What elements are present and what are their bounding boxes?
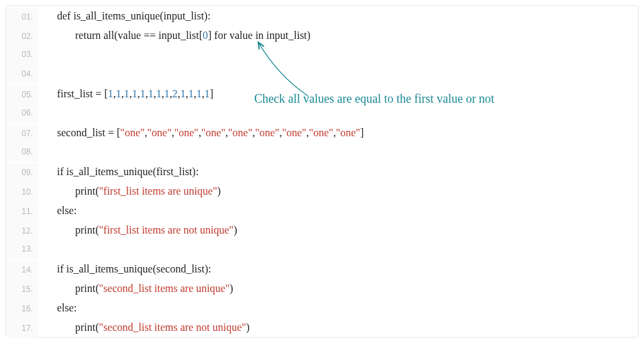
code-content: print("second_list items are not unique"… xyxy=(38,317,250,337)
token-num: 0 xyxy=(203,30,208,41)
token-num: 1 xyxy=(205,88,210,99)
token-str: "one" xyxy=(228,127,252,138)
token-kw: print xyxy=(75,224,95,236)
token-var: input_list[ xyxy=(156,30,203,41)
code-block: 01.def is_all_items_unique(input_list):0… xyxy=(5,5,639,338)
token-paren: : xyxy=(74,302,76,313)
token-kw: def xyxy=(57,10,73,21)
token-var: all(value xyxy=(103,30,144,41)
token-var: second_list xyxy=(57,127,108,138)
token-num: 1 xyxy=(132,88,138,99)
token-var: is_all_items_unique(first_list): xyxy=(66,166,199,177)
token-str: "one" xyxy=(309,127,333,138)
code-line: 11.else: xyxy=(6,201,638,220)
token-num: 1 xyxy=(189,88,194,99)
token-kw: print xyxy=(75,321,95,333)
token-num: 1 xyxy=(164,88,170,99)
code-content: if is_all_items_unique(second_list): xyxy=(38,259,211,279)
line-number: 13. xyxy=(6,240,38,259)
line-number: 16. xyxy=(6,299,38,319)
token-kw: print xyxy=(75,185,95,197)
token-paren: ) xyxy=(246,321,250,333)
token-paren: ] xyxy=(210,88,213,99)
code-line: 04. xyxy=(6,64,638,84)
code-content: print("first_list items are unique") xyxy=(38,181,221,201)
token-paren: ) xyxy=(229,283,233,294)
code-content: else: xyxy=(38,201,76,220)
token-var: ] xyxy=(208,30,214,41)
token-var: input_list) xyxy=(266,30,311,41)
code-line: 08. xyxy=(6,142,638,162)
token-str: "first_list items are not unique" xyxy=(99,224,234,236)
line-number: 10. xyxy=(6,183,38,202)
line-number: 04. xyxy=(6,64,38,84)
line-number: 07. xyxy=(6,124,38,144)
token-str: "one" xyxy=(120,127,144,138)
token-num: 1 xyxy=(108,88,113,99)
token-str: "one" xyxy=(282,127,306,138)
token-var: is_all_items_unique(second_list): xyxy=(66,263,211,274)
line-number: 12. xyxy=(6,221,38,241)
line-number: 08. xyxy=(6,142,38,162)
token-var: value xyxy=(229,30,256,41)
code-line: 12.print("first_list items are not uniqu… xyxy=(6,220,638,240)
token-paren: (input_list): xyxy=(160,10,211,21)
token-kw: else xyxy=(57,302,74,313)
token-num: 2 xyxy=(172,88,178,99)
code-line: 07.second_list = ["one","one","one","one… xyxy=(6,123,638,142)
token-kw: if xyxy=(57,166,66,177)
token-kw: print xyxy=(75,283,95,294)
token-op: = xyxy=(150,30,156,41)
code-line: 10.print("first_list items are unique") xyxy=(6,181,638,201)
code-content: if is_all_items_unique(first_list): xyxy=(38,162,199,181)
line-number: 02. xyxy=(6,27,38,46)
code-content: print("second_list items are unique") xyxy=(38,279,233,298)
token-op: = xyxy=(108,127,114,138)
token-var: first_list xyxy=(57,88,95,99)
token-op: = xyxy=(144,30,150,41)
code-content: else: xyxy=(38,298,76,317)
token-kw: return xyxy=(75,30,103,41)
token-paren: ) xyxy=(217,185,221,197)
token-kw: in xyxy=(256,30,266,41)
token-kw: if xyxy=(57,263,66,274)
token-paren: [ xyxy=(114,127,120,138)
token-num: 1 xyxy=(124,88,129,99)
line-number: 05. xyxy=(6,85,38,105)
token-str: "second_list items are unique" xyxy=(99,283,230,294)
line-number: 14. xyxy=(6,260,38,280)
token-kw: for xyxy=(214,30,229,41)
token-paren: ) xyxy=(233,224,237,236)
code-line: 03. xyxy=(6,45,638,64)
token-str: "one" xyxy=(174,127,199,138)
code-line: 15.print("second_list items are unique") xyxy=(6,279,638,298)
line-number: 01. xyxy=(6,7,38,27)
token-str: "one" xyxy=(148,127,172,138)
line-number: 09. xyxy=(6,163,38,183)
token-num: 1 xyxy=(180,88,186,99)
token-paren: : xyxy=(74,205,76,216)
code-line: 13. xyxy=(6,240,638,259)
token-paren: ] xyxy=(360,127,364,138)
token-str: "one" xyxy=(255,127,279,138)
token-num: 1 xyxy=(148,88,154,99)
token-paren: [ xyxy=(101,88,107,99)
code-line: 16.else: xyxy=(6,298,638,317)
code-content: print("first_list items are not unique") xyxy=(38,220,237,240)
token-str: "one" xyxy=(201,127,225,138)
token-num: 1 xyxy=(116,88,121,99)
token-kw: else xyxy=(57,205,74,216)
token-num: 1 xyxy=(140,88,146,99)
code-content: second_list = ["one","one","one","one","… xyxy=(38,123,364,142)
code-content: return all(value == input_list[0] for va… xyxy=(38,26,311,45)
token-str: "second_list items are not unique" xyxy=(99,321,246,333)
line-number: 03. xyxy=(6,45,38,64)
token-num: 1 xyxy=(156,88,162,99)
code-line: 02.return all(value == input_list[0] for… xyxy=(6,26,638,45)
code-lines-container: 01.def is_all_items_unique(input_list):0… xyxy=(6,6,638,337)
token-str: "first_list items are unique" xyxy=(99,185,217,197)
code-line: 14.if is_all_items_unique(second_list): xyxy=(6,259,638,279)
token-num: 1 xyxy=(197,88,202,99)
token-fn: is_all_items_unique xyxy=(73,10,160,21)
code-content: def is_all_items_unique(input_list): xyxy=(38,6,211,26)
